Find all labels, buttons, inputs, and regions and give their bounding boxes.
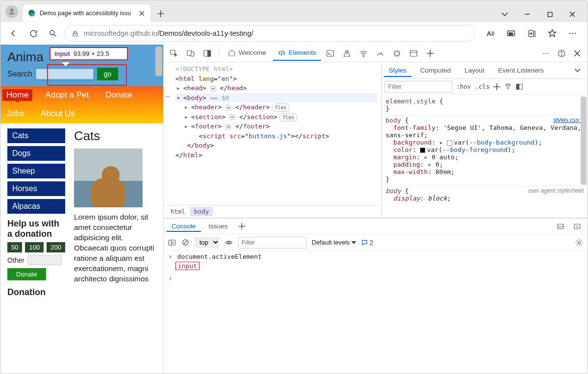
sidenav-dogs[interactable]: Dogs	[7, 146, 65, 161]
live-expression-result[interactable]: input	[175, 262, 583, 270]
dom-head[interactable]: <head> ⋯ </head>	[175, 83, 377, 93]
tab-close-button[interactable]	[138, 9, 146, 17]
styles-tab-computed[interactable]: Computed	[416, 64, 456, 77]
crumb-body[interactable]: body	[190, 207, 213, 216]
styles-format-icon[interactable]	[504, 83, 512, 90]
styles-tab-styles[interactable]: Styles	[384, 64, 412, 77]
rule-body[interactable]: styles.css:1 body { font-family: 'Segoe …	[386, 116, 584, 186]
nav-back-button[interactable]	[5, 25, 22, 42]
styles-rules[interactable]: element.style {} styles.css:1 body { fon…	[382, 95, 588, 218]
sidenav-alpacas[interactable]: Alpacas	[7, 199, 65, 214]
dom-html-open[interactable]: <html lang="en">	[175, 74, 377, 84]
remove-expression-icon[interactable]: ✕	[169, 253, 172, 260]
devtools-more-button[interactable]	[539, 46, 553, 61]
amount-100[interactable]: 100	[25, 242, 44, 252]
console-prompt[interactable]: ›	[169, 274, 583, 282]
drawer-tab-issues[interactable]: Issues	[204, 221, 233, 232]
inspect-element-button[interactable]	[167, 46, 181, 61]
sidenav-cats[interactable]: Cats	[7, 128, 65, 143]
menu-jobs[interactable]: Jobs	[2, 108, 28, 120]
dom-footer[interactable]: <footer> ⋯ </footer>	[175, 122, 377, 131]
browser-tab[interactable]: Demo page with accessibility issu	[23, 4, 150, 22]
console-clear-button[interactable]	[181, 238, 190, 247]
styles-tab-layout[interactable]: Layout	[460, 64, 490, 77]
sidenav-sheep[interactable]: Sheep	[7, 164, 65, 178]
console-output[interactable]: ✕ document.activeElement input ›	[164, 251, 588, 374]
donate-button[interactable]: Donate	[7, 268, 46, 280]
menu-adopt[interactable]: Adopt a Pet	[41, 89, 93, 101]
console-settings-button[interactable]	[575, 238, 584, 247]
styles-computed-toggle-icon[interactable]	[515, 83, 523, 91]
read-aloud-button[interactable]: A))	[481, 25, 500, 42]
menu-donate[interactable]: Donate	[101, 89, 136, 101]
new-rule-button[interactable]	[493, 83, 500, 90]
styles-filter-input[interactable]	[385, 81, 452, 93]
tab-actions-chevron-icon[interactable]	[493, 6, 516, 22]
nav-search-button[interactable]	[45, 25, 61, 42]
devtools-help-button[interactable]	[554, 46, 569, 61]
crumb-html[interactable]: html	[167, 207, 189, 216]
rule-body-ua[interactable]: user agent stylesheet body { display: bl…	[386, 186, 584, 205]
profile-button[interactable]	[3, 3, 20, 20]
tab-console-icon[interactable]	[323, 46, 338, 61]
drawer-tab-console[interactable]: Console	[167, 221, 201, 232]
console-filter-input[interactable]	[238, 237, 307, 249]
settings-menu-button[interactable]	[563, 25, 583, 42]
tab-network-icon[interactable]	[356, 46, 371, 61]
menu-about[interactable]: About Us	[37, 108, 79, 120]
window-minimize-button[interactable]	[516, 6, 539, 22]
tab-elements[interactable]: Elements	[273, 46, 321, 61]
rule-element-style[interactable]: element.style {}	[386, 97, 584, 116]
tab-sources-icon[interactable]	[340, 46, 354, 61]
dom-script[interactable]: <script src="buttons.js"></script>	[175, 131, 377, 141]
console-message-count[interactable]: 2	[361, 239, 373, 247]
tab-welcome[interactable]: Welcome	[223, 46, 271, 61]
device-toolbar-button[interactable]	[183, 46, 198, 61]
new-tab-button[interactable]	[152, 5, 169, 22]
console-levels-select[interactable]: Default levels	[312, 239, 356, 246]
window-maximize-button[interactable]	[539, 6, 561, 22]
styles-scrollbar[interactable]	[581, 97, 587, 185]
styles-tab-listeners[interactable]: Event Listeners	[493, 64, 549, 77]
drawer-collapse-icon[interactable]	[570, 219, 585, 234]
console-context-select[interactable]: top	[195, 237, 220, 248]
drawer-add-tab-button[interactable]	[236, 223, 248, 229]
live-expression-button[interactable]	[224, 238, 233, 247]
more-tabs-button[interactable]	[423, 46, 438, 61]
dom-html-close[interactable]: </html>	[175, 150, 377, 160]
tab-application-icon[interactable]	[406, 46, 421, 61]
dom-doctype[interactable]: <!DOCTYPE html>	[175, 64, 377, 74]
window-close-button[interactable]	[561, 6, 584, 22]
menu-home[interactable]: Home	[2, 89, 32, 101]
page-scrollbar[interactable]	[155, 47, 162, 76]
console-sidebar-toggle-icon[interactable]	[168, 238, 176, 247]
nav-refresh-button[interactable]	[25, 25, 42, 42]
hd-button[interactable]: HD	[501, 25, 521, 42]
dom-body-close[interactable]: </body>	[175, 141, 377, 150]
cls-toggle[interactable]: .cls	[475, 83, 490, 90]
dom-body-open[interactable]: <body> == $0	[175, 93, 377, 103]
styles-more-chevron-icon[interactable]	[569, 63, 586, 78]
amount-50[interactable]: 50	[7, 242, 22, 252]
collections-button[interactable]	[522, 25, 541, 42]
dock-side-button[interactable]	[200, 46, 215, 61]
other-amount-input[interactable]	[27, 255, 62, 265]
site-lock-icon[interactable]	[72, 30, 79, 37]
favorite-button[interactable]	[542, 25, 562, 42]
hov-toggle[interactable]: :hov	[456, 83, 471, 90]
dom-tree[interactable]: <!DOCTYPE html> <html lang="en"> <head> …	[164, 62, 381, 205]
amount-200[interactable]: 200	[47, 242, 65, 252]
dom-header[interactable]: <header> ⋯ </header>flex	[175, 102, 377, 112]
other-amount-label: Other	[7, 256, 24, 264]
selected-node-actions-icon[interactable]: ⋯	[166, 93, 170, 100]
tab-performance-icon[interactable]	[373, 46, 388, 61]
devtools-close-button[interactable]	[570, 46, 585, 61]
svg-text:HD: HD	[509, 32, 514, 35]
sidenav-horses[interactable]: Horses	[7, 181, 65, 196]
tab-memory-icon[interactable]	[390, 46, 404, 61]
omnibox[interactable]: microsoftedge.github.io/Demos/devtools-a…	[64, 25, 475, 42]
live-expression-row[interactable]: ✕ document.activeElement	[169, 253, 583, 260]
drawer-dock-icon[interactable]	[553, 219, 568, 234]
rule-source-link[interactable]: styles.css:1	[553, 117, 584, 124]
dom-section[interactable]: <section> ⋯ </section>flex	[175, 112, 377, 122]
